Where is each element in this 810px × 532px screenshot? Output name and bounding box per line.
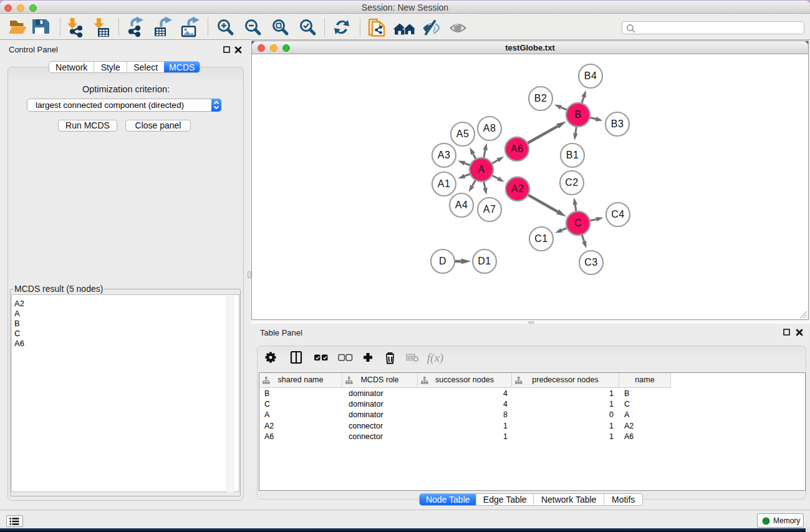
svg-text:A: A [478, 164, 485, 175]
svg-text:A1: A1 [438, 178, 451, 189]
svg-text:A3: A3 [438, 150, 451, 160]
svg-text:A8: A8 [483, 123, 496, 133]
svg-text:C: C [574, 218, 582, 228]
svg-text:B3: B3 [611, 118, 624, 129]
svg-text:f(x): f(x) [427, 351, 443, 365]
svg-text:C2: C2 [565, 177, 578, 188]
svg-text:A5: A5 [456, 128, 470, 139]
svg-text:B1: B1 [566, 150, 579, 160]
svg-text:C3: C3 [584, 257, 597, 268]
svg-text:A7: A7 [483, 204, 496, 215]
svg-text:C4: C4 [611, 209, 624, 220]
svg-text:A4: A4 [455, 200, 468, 210]
svg-text:A6: A6 [511, 143, 524, 154]
svg-text:B2: B2 [534, 93, 547, 104]
svg-text:C1: C1 [534, 233, 547, 244]
svg-text:B: B [574, 109, 581, 120]
svg-text:D1: D1 [478, 256, 491, 266]
svg-text:B4: B4 [584, 70, 597, 81]
svg-text:A2: A2 [511, 183, 524, 194]
svg-text:D: D [439, 256, 446, 266]
